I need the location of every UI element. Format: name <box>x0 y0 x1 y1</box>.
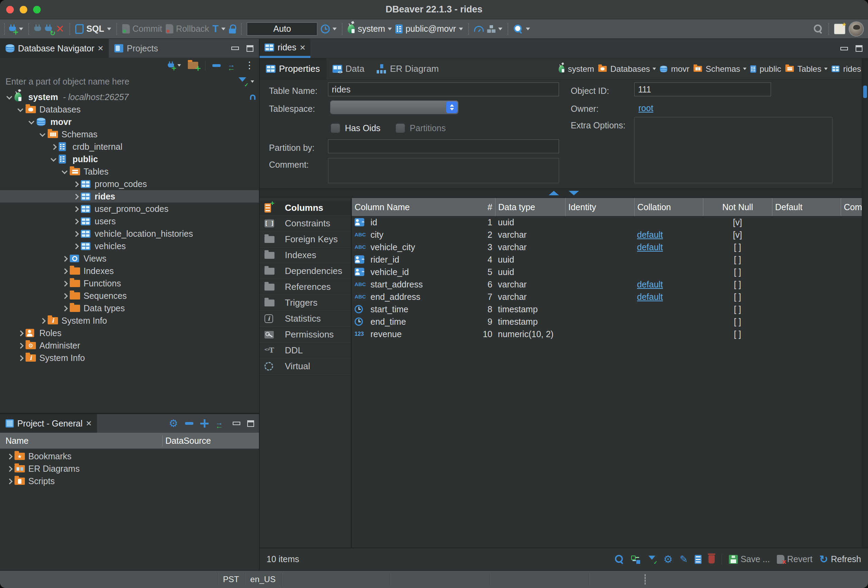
expander-chevron-icon[interactable] <box>71 190 81 203</box>
side-tab[interactable]: Statistics <box>260 311 351 327</box>
expander-chevron-icon[interactable] <box>60 302 70 314</box>
expander-chevron-icon[interactable] <box>60 165 70 178</box>
editor-scrollbar-rail[interactable] <box>862 58 868 548</box>
expander-chevron-icon[interactable] <box>5 91 15 103</box>
tree-item[interactable]: rides <box>0 190 259 203</box>
tree-item[interactable]: Indexes <box>0 265 259 277</box>
maximize-editor-icon[interactable] <box>856 45 862 52</box>
perspective-icon[interactable] <box>834 24 845 34</box>
collapse-down-icon[interactable] <box>569 191 579 195</box>
column-header-datasource[interactable]: DataSource <box>162 435 259 446</box>
user-avatar[interactable] <box>849 21 864 37</box>
sql-editor-button[interactable]: SQL <box>75 24 111 34</box>
commit-button[interactable]: Commit <box>122 24 162 34</box>
minimize-window-button[interactable] <box>20 6 27 13</box>
collapse-all-icon[interactable] <box>185 422 193 425</box>
collapse-all-icon[interactable] <box>213 64 221 67</box>
filter-funnel-icon[interactable] <box>238 77 247 86</box>
side-tab[interactable]: Indexes <box>260 248 351 263</box>
scrollbar-thumb[interactable] <box>863 85 867 98</box>
tree-item[interactable]: ER Diagrams <box>0 463 259 475</box>
object-filter-input[interactable] <box>5 76 235 87</box>
save-button[interactable]: Save ... <box>729 554 770 564</box>
column-header-name[interactable]: Name <box>0 436 162 446</box>
tree-item[interactable]: Schemas <box>0 128 259 140</box>
expander-chevron-icon[interactable] <box>71 178 81 190</box>
tree-item[interactable]: Functions <box>0 277 259 289</box>
header-collation[interactable]: Collation <box>634 198 703 216</box>
tab-database-navigator[interactable]: Database Navigator <box>0 39 109 57</box>
expander-chevron-icon[interactable] <box>27 116 37 128</box>
column-row[interactable]: start_time 8 timestamp [ ] <box>352 303 868 315</box>
rollback-button[interactable]: Rollback <box>166 24 209 34</box>
expander-chevron-icon[interactable] <box>71 215 81 227</box>
expand-all-icon[interactable] <box>200 419 208 427</box>
connection-selector[interactable]: system <box>348 24 392 34</box>
tree-item[interactable]: Sequences <box>0 289 259 302</box>
tree-item[interactable]: public <box>0 153 259 165</box>
close-icon[interactable] <box>300 43 305 52</box>
collation-link[interactable]: default <box>637 242 663 252</box>
columns-config-icon[interactable] <box>695 555 701 564</box>
grid-settings-icon[interactable] <box>664 554 673 564</box>
revert-button[interactable]: Revert <box>777 554 813 564</box>
tree-item[interactable]: crdb_internal <box>0 140 259 153</box>
tablespace-select[interactable] <box>330 100 459 114</box>
connect-icon[interactable] <box>34 25 41 33</box>
collation-link[interactable]: default <box>637 292 663 302</box>
column-row[interactable]: end_address 7 varchar default [ ] <box>352 290 868 303</box>
expander-chevron-icon[interactable] <box>71 240 81 252</box>
column-row[interactable]: vehicle_id 5 uuid [ ] <box>352 266 868 278</box>
close-window-button[interactable] <box>6 6 14 13</box>
side-tab[interactable]: Virtual <box>260 358 351 374</box>
disconnect-icon[interactable] <box>56 24 64 34</box>
side-tab[interactable]: Triggers <box>260 295 351 311</box>
quick-search-icon[interactable] <box>813 24 823 34</box>
tree-item[interactable]: Administer <box>0 339 259 352</box>
refresh-button[interactable]: Refresh <box>819 554 861 564</box>
expander-chevron-icon[interactable] <box>38 314 48 327</box>
reconnect-icon[interactable] <box>45 25 52 33</box>
column-row[interactable]: city 2 varchar default [v] <box>352 228 868 241</box>
chevron-down-icon[interactable] <box>743 68 747 70</box>
chevron-down-icon[interactable] <box>19 28 23 30</box>
column-row[interactable]: revenue 10 numeric(10, 2) [ ] <box>352 328 868 340</box>
tree-item[interactable]: System Info <box>0 314 259 327</box>
close-icon[interactable] <box>86 419 92 428</box>
grid-filter-icon[interactable] <box>648 555 656 563</box>
view-menu-icon[interactable] <box>245 61 254 70</box>
tree-item[interactable]: Data types <box>0 302 259 314</box>
tree-item[interactable]: System Info <box>0 352 259 364</box>
maximize-panel-icon[interactable] <box>247 420 254 427</box>
expander-chevron-icon[interactable] <box>71 227 81 240</box>
expander-chevron-icon[interactable] <box>5 475 15 487</box>
chevron-down-icon[interactable] <box>526 28 530 30</box>
column-row[interactable]: start_address 6 varchar default [ ] <box>352 278 868 290</box>
chevron-down-icon[interactable] <box>107 28 111 30</box>
commit-mode-select[interactable]: Auto <box>247 22 317 35</box>
grid-search-icon[interactable] <box>614 554 624 564</box>
compare-icon[interactable] <box>631 555 641 564</box>
tree-item[interactable]: Bookmarks <box>0 450 259 463</box>
chevron-down-icon[interactable] <box>221 28 226 30</box>
breadcrumb-item-schemas[interactable]: Schemas <box>692 64 747 74</box>
chevron-down-icon[interactable] <box>824 68 828 70</box>
collation-link[interactable]: default <box>637 280 663 289</box>
comment-textarea[interactable] <box>328 158 559 183</box>
minimize-editor-icon[interactable] <box>840 47 848 50</box>
column-row[interactable]: id 1 uuid [v] <box>352 216 868 228</box>
expander-chevron-icon[interactable] <box>60 277 70 289</box>
tree-item[interactable]: Views <box>0 252 259 265</box>
extra-options-box[interactable] <box>634 117 833 183</box>
schema-selector[interactable]: public@movr <box>395 24 463 34</box>
minimize-panel-icon[interactable] <box>231 47 239 50</box>
tab-rides-editor[interactable]: rides <box>260 39 310 58</box>
chevron-down-icon[interactable] <box>388 28 392 30</box>
tree-item[interactable]: vehicles <box>0 240 259 252</box>
expander-chevron-icon[interactable] <box>5 450 15 463</box>
expander-chevron-icon[interactable] <box>49 153 59 165</box>
transaction-log-button[interactable] <box>213 24 226 34</box>
chevron-down-icon[interactable] <box>251 80 254 83</box>
column-row[interactable]: vehicle_city 3 varchar default [ ] <box>352 241 868 253</box>
expander-chevron-icon[interactable] <box>16 103 25 116</box>
